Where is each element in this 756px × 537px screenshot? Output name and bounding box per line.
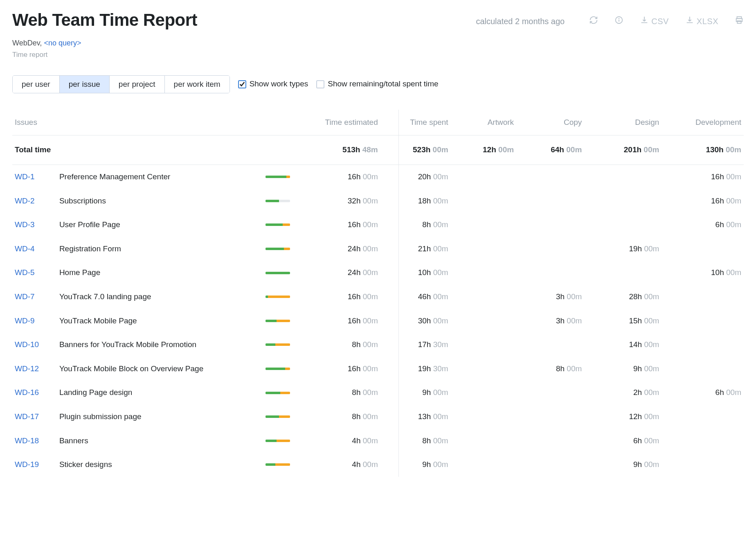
progress-bar <box>266 368 290 370</box>
issue-link[interactable]: WD-7 <box>15 292 35 301</box>
print-button[interactable] <box>735 16 744 27</box>
cell-artwork <box>451 237 516 261</box>
issue-id-cell: WD-9 <box>12 309 57 333</box>
cell-design: 6h 00m <box>584 429 662 453</box>
cell-spent: 21h 00m <box>380 237 451 261</box>
download-xlsx-button[interactable]: XLSX <box>685 16 718 27</box>
progress-bar <box>266 176 290 178</box>
cell-estimated: 24h 00m <box>313 261 380 285</box>
cell-estimated: 32h 00m <box>313 189 380 213</box>
tab-per-work-item[interactable]: per work item <box>165 76 230 93</box>
progress-bar <box>266 463 290 466</box>
issue-link[interactable]: WD-2 <box>15 196 35 205</box>
total-design: 201h 00m <box>584 135 662 165</box>
info-button[interactable] <box>614 16 623 27</box>
col-issues[interactable]: Issues <box>12 110 313 135</box>
download-icon <box>640 16 649 27</box>
issue-id-cell: WD-12 <box>12 357 57 381</box>
progress-cell <box>263 189 312 213</box>
cell-estimated: 16h 00m <box>313 285 380 309</box>
query-link[interactable]: <no query> <box>44 39 81 47</box>
show-remaining-checkbox[interactable]: Show remaining/total spent time <box>316 79 438 90</box>
cell-artwork <box>451 405 516 429</box>
issue-link[interactable]: WD-18 <box>15 436 39 445</box>
progress-cell <box>263 237 312 261</box>
progress-bar <box>266 392 290 394</box>
cell-development <box>662 333 744 357</box>
cell-design <box>584 165 662 189</box>
progress-bar <box>266 248 290 250</box>
issue-link[interactable]: WD-4 <box>15 244 35 253</box>
issue-title: Registration Form <box>57 237 263 261</box>
progress-cell <box>263 357 312 381</box>
cell-estimated: 8h 00m <box>313 381 380 405</box>
issue-link[interactable]: WD-1 <box>15 172 35 181</box>
col-time-spent[interactable]: Time spent <box>380 110 451 135</box>
table-row: WD-16Landing Page design8h 00m9h 00m2h 0… <box>12 381 744 405</box>
col-development[interactable]: Development <box>662 110 744 135</box>
cell-copy <box>516 165 584 189</box>
progress-cell <box>263 333 312 357</box>
col-artwork[interactable]: Artwork <box>451 110 516 135</box>
progress-cell <box>263 285 312 309</box>
issue-link[interactable]: WD-3 <box>15 220 35 229</box>
xlsx-label: XLSX <box>697 16 718 27</box>
issue-title: YouTrack Mobile Page <box>57 309 263 333</box>
cell-design: 28h 00m <box>584 285 662 309</box>
issue-link[interactable]: WD-19 <box>15 460 39 469</box>
cell-copy: 8h 00m <box>516 357 584 381</box>
table-row: WD-2Subscriptions32h 00m18h 00m16h 00m <box>12 189 744 213</box>
table-row: WD-17Plugin submission page8h 00m13h 00m… <box>12 405 744 429</box>
download-csv-button[interactable]: CSV <box>640 16 669 27</box>
table-row: WD-5Home Page24h 00m10h 00m10h 00m <box>12 261 744 285</box>
total-estimated: 513h 48m <box>313 135 380 165</box>
cell-design <box>584 189 662 213</box>
refresh-button[interactable] <box>589 16 598 27</box>
issue-link[interactable]: WD-12 <box>15 364 39 373</box>
col-time-estimated[interactable]: Time estimated <box>313 110 380 135</box>
progress-cell <box>263 309 312 333</box>
cell-development <box>662 429 744 453</box>
tab-per-project[interactable]: per project <box>110 76 165 93</box>
issue-link[interactable]: WD-17 <box>15 412 39 421</box>
show-work-types-checkbox[interactable]: Show work types <box>238 79 308 90</box>
tab-per-issue[interactable]: per issue <box>60 76 110 93</box>
issue-id-cell: WD-19 <box>12 453 57 477</box>
cell-spent: 17h 30m <box>380 333 451 357</box>
cell-design: 2h 00m <box>584 381 662 405</box>
cell-copy <box>516 189 584 213</box>
total-copy: 64h 00m <box>516 135 584 165</box>
issue-title: Home Page <box>57 261 263 285</box>
total-label: Total time <box>12 135 313 165</box>
cell-spent: 8h 00m <box>380 213 451 237</box>
cell-artwork <box>451 213 516 237</box>
cell-spent: 46h 00m <box>380 285 451 309</box>
cell-artwork <box>451 165 516 189</box>
progress-bar <box>266 415 290 418</box>
progress-bar <box>266 320 290 322</box>
progress-bar <box>266 223 290 226</box>
cell-estimated: 16h 00m <box>313 165 380 189</box>
cell-artwork <box>451 357 516 381</box>
issue-id-cell: WD-2 <box>12 189 57 213</box>
col-design[interactable]: Design <box>584 110 662 135</box>
progress-cell <box>263 381 312 405</box>
issue-link[interactable]: WD-16 <box>15 388 39 397</box>
page-title: Web Team Time Report <box>12 8 197 32</box>
cell-development <box>662 285 744 309</box>
issue-link[interactable]: WD-10 <box>15 340 39 349</box>
issue-title: Banners for YouTrack Mobile Promotion <box>57 333 263 357</box>
cell-spent: 8h 00m <box>380 429 451 453</box>
refresh-icon <box>589 16 598 27</box>
tab-per-user[interactable]: per user <box>13 76 60 93</box>
cell-estimated: 16h 00m <box>313 309 380 333</box>
issue-link[interactable]: WD-9 <box>15 316 35 325</box>
issue-link[interactable]: WD-5 <box>15 268 35 277</box>
issue-title: Banners <box>57 429 263 453</box>
total-row: Total time 513h 48m 523h 00m 12h 00m 64h… <box>12 135 744 165</box>
total-artwork: 12h 00m <box>451 135 516 165</box>
col-copy[interactable]: Copy <box>516 110 584 135</box>
table-row: WD-3User Profile Page16h 00m8h 00m6h 00m <box>12 213 744 237</box>
issue-id-cell: WD-16 <box>12 381 57 405</box>
cell-development: 16h 00m <box>662 189 744 213</box>
